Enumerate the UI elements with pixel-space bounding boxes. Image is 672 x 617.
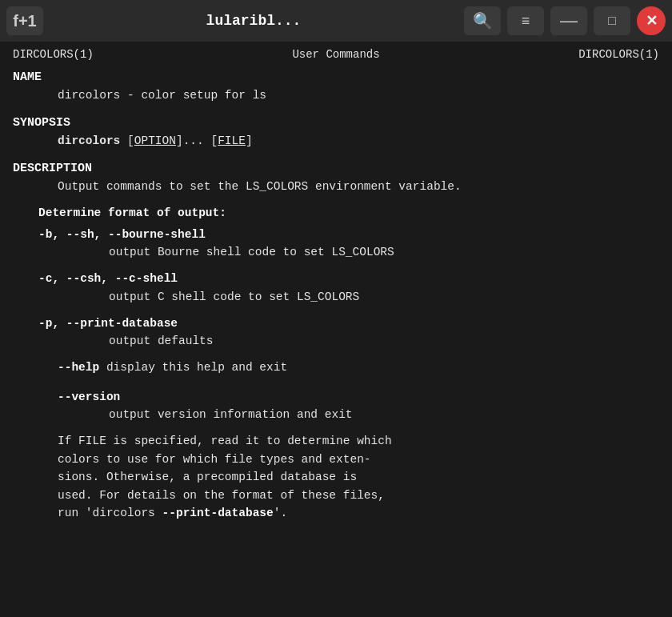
menu-button[interactable]: ≡: [507, 6, 544, 35]
man-page-header: DIRCOLORS(1) User Commands DIRCOLORS(1): [13, 48, 659, 61]
synopsis-cmd: dircolors: [58, 134, 120, 147]
option-p-bold: -p, --print-database: [38, 317, 178, 330]
print-database-flag: --print-database: [162, 507, 274, 519]
header-left: DIRCOLORS(1): [13, 48, 94, 61]
description-intro: Output commands to set the LS_COLORS env…: [13, 178, 659, 196]
window-title: lularibl...: [50, 13, 458, 29]
close-button[interactable]: ✕: [637, 6, 666, 35]
option-c-desc: output C shell code to set LS_COLORS: [13, 290, 659, 303]
option-version-bold: --version: [58, 391, 120, 403]
description-title: DESCRIPTION: [13, 162, 659, 175]
name-content: dircolors - color setup for ls: [13, 87, 659, 105]
minimize-button[interactable]: —: [550, 6, 587, 35]
determine-format-label: Determine format of output:: [13, 206, 659, 219]
titlebar: f+1 lularibl... 🔍 ≡ — □ ✕: [0, 0, 672, 42]
synopsis-options: [OPTION]... [FILE]: [127, 134, 253, 147]
option-help-desc: display this help and exit: [106, 361, 287, 374]
option-help-flag: --help: [58, 361, 99, 374]
synopsis-section: SYNOPSIS dircolors [OPTION]... [FILE]: [13, 116, 659, 150]
maximize-button[interactable]: □: [594, 6, 630, 35]
name-title: NAME: [13, 70, 659, 84]
option-version-flag: --version: [13, 388, 659, 407]
option-c-flag: -c, --csh, --c-shell: [13, 270, 659, 288]
name-section: NAME dircolors - color setup for ls: [13, 70, 659, 105]
option-version-desc: output version information and exit: [13, 408, 659, 421]
synopsis-title: SYNOPSIS: [13, 116, 659, 130]
option-b-bold: -b, --sh, --bourne-shell: [38, 228, 206, 241]
header-center: User Commands: [292, 48, 379, 61]
new-tab-button[interactable]: f+1: [6, 6, 43, 35]
option-p-desc: output defaults: [13, 335, 659, 347]
option-p-flag: -p, --print-database: [13, 315, 659, 333]
option-b-flag: -b, --sh, --bourne-shell: [13, 226, 659, 244]
synopsis-content: dircolors [OPTION]... [FILE]: [13, 133, 659, 150]
description-section: DESCRIPTION Output commands to set the L…: [13, 162, 659, 523]
description-paragraph: If FILE is specified, read it to determi…: [13, 432, 659, 522]
option-help-line: --help display this help and exit: [13, 359, 659, 377]
option-b-desc: output Bourne shell code to set LS_COLOR…: [13, 246, 659, 258]
search-button[interactable]: 🔍: [464, 6, 501, 35]
header-right: DIRCOLORS(1): [578, 48, 659, 61]
man-page-content: DIRCOLORS(1) User Commands DIRCOLORS(1) …: [0, 42, 672, 617]
option-c-bold: -c, --csh, --c-shell: [38, 272, 178, 285]
